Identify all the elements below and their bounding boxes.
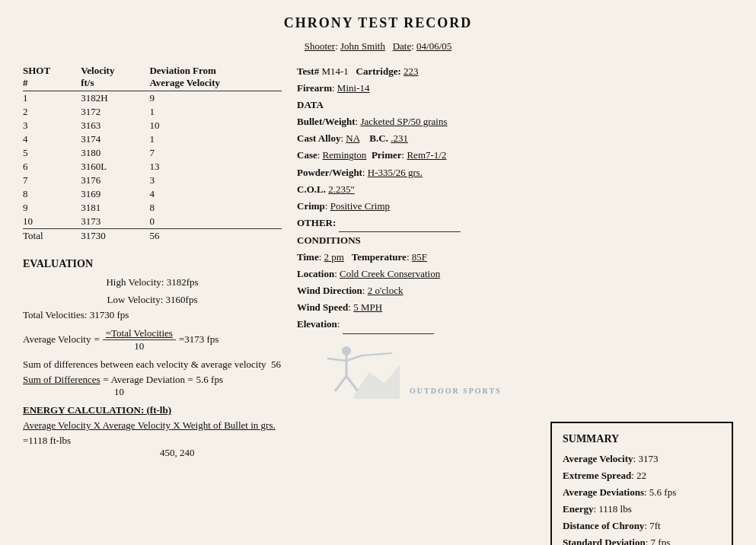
conditions-label-text: CONDITIONS [297,234,361,246]
evaluation-title: EVALUATION [23,258,282,270]
table-row: 731763 [23,174,282,187]
data-label: DATA [297,97,733,113]
table-row: 1031730 [23,215,282,229]
shooter-line: Shooter: John Smith Date: 04/06/05 [23,40,733,53]
crimp-label: Crimp [297,200,325,212]
table-row: 931818 [23,201,282,215]
avg-vel-label: Average Velocity [23,333,91,346]
table-row: 231721 [23,105,282,119]
test-info-line: Test# M14-1 Cartridge: 223 [297,63,733,80]
test-num-label: Test# [297,65,319,77]
right-panel: Test# M14-1 Cartridge: 223 Firearm: Mini… [297,63,733,545]
elevation-label: Elevation [297,318,337,330]
energy-formula-text: Average Velocity X Average Velocity X We… [23,419,276,432]
cast-alloy-label: Cast Alloy [297,132,340,144]
wind-dir-line: Wind Direction: 2 o'clock [297,282,733,299]
sum-diff-label: Sum of differences between each velocity… [23,359,266,370]
total-cell-2: 56 [149,229,282,244]
powder-label: Powder/Weight [297,167,362,178]
avg-vel-eq: = [94,333,99,346]
sum-ext-spread-label: Extreme Spread [563,470,631,481]
energy-calc: ENERGY CALCULATION: (ft-lb) Average Velo… [23,404,282,459]
avg-dev-eq: = Average Deviation = [104,374,193,386]
sum-diff-value: 56 [271,359,281,370]
cell-shot: 1 [23,91,81,106]
cell-velocity: 3172 [81,105,149,119]
shooter-label: Shooter [305,40,335,52]
svg-marker-7 [354,365,400,399]
cell-shot: 3 [23,119,81,132]
avg-vel-result: =3173 fps [179,333,219,346]
energy-title-text: ENERGY CALCULATION: (ft-lb) [23,404,171,416]
wind-dir-label: Wind Direction [297,285,362,296]
elevation-line: Elevation: [297,316,733,333]
temp-value: 85F [412,251,427,263]
bc-value: .231 [391,132,408,144]
time-temp-line: Time: 2 pm Temperature: 85F [297,249,733,266]
location-line: Location: Cold Creek Conservation [297,266,733,282]
sum-diff-line: Sum of differences between each velocity… [23,359,282,371]
cell-deviation: 0 [149,215,282,229]
sum-avg-vel-value: 3173 [638,453,658,464]
sum-avg-vel-label: Average Velocity [563,453,633,464]
avg-velocity-formula: Average Velocity = =Total Velocities 10 … [23,327,282,352]
cartridge-label: Cartridge: [356,65,401,77]
svg-line-6 [346,376,358,391]
avg-vel-denominator: 10 [134,340,144,352]
total-cell-0: Total [23,229,81,244]
location-value: Cold Creek Conservation [340,268,440,279]
temp-label: Temperature [352,251,407,263]
primer-label: Primer [372,149,402,161]
case-value: Remington [323,149,367,161]
avg-vel-fraction: =Total Velocities 10 [103,327,176,352]
crimp-line: Crimp: Positive Crimp [297,198,733,215]
cell-shot: 10 [23,215,81,229]
col-line: C.O.L. 2.235" [297,181,733,198]
total-vel-value: 31730 fps [90,309,129,320]
powder-line: Powder/Weight: H-335/26 grs. [297,164,733,181]
avg-dev-value: 5.6 fps [196,374,223,386]
svg-line-4 [362,353,392,355]
outdoor-sports-label: OUTDOOR SPORTS [410,387,502,395]
data-label-text: DATA [297,99,324,110]
page-title: CHRONY TEST RECORD [23,15,733,31]
crimp-value: Positive Crimp [330,200,390,212]
shooter-watermark-icon [312,342,404,403]
bc-label: B.C. [369,132,388,144]
evaluation-section: EVALUATION High Velocity: 3182fps Low Ve… [23,258,282,459]
summary-container: SUMMARY Average Velocity: 3173 Extreme S… [297,406,733,546]
cell-velocity: 3173 [81,215,149,229]
date-label: Date [393,40,412,52]
table-header-row: SHOT# Velocityft/s Deviation FromAverage… [23,63,282,91]
primer-value: Rem7-1/2 [407,149,446,161]
svg-line-5 [335,376,346,391]
col-label: C.O.L. [297,183,326,195]
cell-deviation: 8 [149,201,282,215]
cell-shot: 4 [23,132,81,146]
summary-extreme-spread: Extreme Spread: 22 [563,467,721,484]
energy-formula-result: =1118 ft-lbs [23,435,71,447]
powder-value: H-335/26 grs. [368,167,423,178]
firearm-value: Mini-14 [337,82,370,94]
bullet-label: Bullet/Weight [297,116,356,127]
svg-point-0 [342,346,351,355]
shooter-name: John Smith [340,40,385,52]
sum-avg-dev-label: Average Deviations [563,486,644,498]
main-content: SHOT# Velocityft/s Deviation FromAverage… [23,63,733,545]
wind-speed-line: Wind Speed: 5 MPH [297,299,733,316]
case-line: Case: Remington Primer: Rem7-1/2 [297,147,733,164]
sum-dist-value: 7ft [649,520,660,531]
bullet-line: Bullet/Weight: Jacketed SP/50 grains [297,113,733,130]
low-vel-label: Low Velocity [107,294,161,305]
cell-velocity: 3181 [81,201,149,215]
col-velocity: Velocityft/s [81,63,149,91]
cell-shot: 5 [23,146,81,160]
cast-alloy-line: Cast Alloy: NA B.C. .231 [297,130,733,147]
wind-dir-value: 2 o'clock [368,285,404,296]
high-vel-value: 3182fps [167,276,199,288]
sum-of-diff-label: Sum of Differences [23,374,100,386]
low-vel-value: 3160fps [166,294,198,305]
conditions-label: CONDITIONS [297,232,733,249]
table-total-row: Total3173056 [23,229,282,244]
other-line: OTHER: [297,215,733,232]
